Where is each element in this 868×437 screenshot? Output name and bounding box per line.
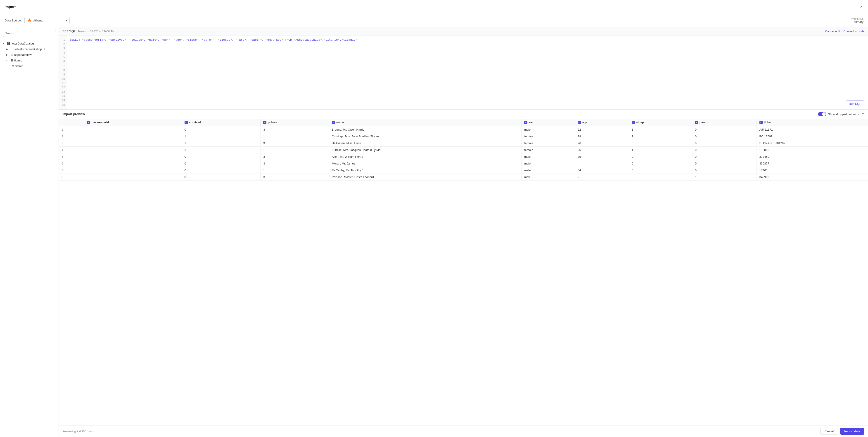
table-row: 503Allen, Mr. William Henrymale350037345…	[59, 154, 868, 160]
th-ticket: ✓ ticket	[756, 119, 868, 126]
tree-item-label: salesforce_workshop_2	[14, 47, 45, 51]
preview-table-wrap: ✓ passengerid ✓ survived	[59, 119, 868, 425]
cell-name: McCarthy, Mr. Timothy J	[329, 167, 522, 174]
cell-age: 38	[575, 133, 629, 140]
datasource-selected-value: Athena	[33, 19, 64, 22]
cell-name: Allen, Mr. William Henry	[329, 154, 522, 160]
cell-ticket: 113803	[756, 147, 868, 154]
th-passengerid: ✓ passengerid	[84, 119, 182, 126]
cell-rownum: 2	[59, 133, 84, 140]
cell-passengerid	[84, 140, 182, 147]
cell-name: Heikkinen, Miss. Laina	[329, 140, 522, 147]
show-dropped-columns-label: Show dropped columns	[828, 112, 859, 116]
cell-rownum: 7	[59, 167, 84, 174]
cell-parch: 0	[692, 126, 756, 133]
cell-survived: 0	[182, 167, 260, 174]
tree-item-label: titanic	[16, 64, 23, 68]
cell-age: 35	[575, 154, 629, 160]
col-checkbox-survived[interactable]: ✓	[185, 121, 188, 124]
tree-item-salesforce[interactable]: ▶ ☰ salesforce_workshop_2	[0, 46, 59, 52]
search-input[interactable]	[3, 30, 56, 37]
col-checkbox-parch[interactable]: ✓	[695, 121, 698, 124]
schema-tree: ▾ 🗄️ AwsDataCatalog ▶ ☰ salesforce_works…	[0, 39, 59, 437]
cell-passengerid	[84, 154, 182, 160]
workgroup-info: Workgroup primary	[851, 18, 864, 24]
col-checkbox-pclass[interactable]: ✓	[263, 121, 267, 124]
tree-item-titanic-table[interactable]: ⊞ titanic	[0, 63, 59, 69]
cell-sex: male	[522, 174, 575, 180]
modal-title: Import	[4, 5, 16, 9]
cell-age: 2	[575, 174, 629, 180]
col-checkbox-name[interactable]: ✓	[332, 121, 335, 124]
col-checkbox-ticket[interactable]: ✓	[760, 121, 763, 124]
cell-survived: 1	[182, 133, 260, 140]
cell-sex: male	[522, 160, 575, 167]
cell-pclass: 3	[260, 154, 329, 160]
show-dropped-columns-toggle[interactable]	[818, 112, 826, 116]
cell-sibsp: 0	[629, 167, 692, 174]
col-checkbox-passengerid[interactable]: ✓	[87, 121, 90, 124]
cell-parch: 0	[692, 147, 756, 154]
cell-ticket: 17463	[756, 167, 868, 174]
datasource-select[interactable]: 🔥 Athena ▾	[24, 17, 70, 24]
cell-ticket: 330877	[756, 160, 868, 167]
sql-editor-title: Edit SQL	[62, 29, 76, 33]
cell-name: Cumings, Mrs. John Bradley (Florenc	[329, 133, 522, 140]
run-sql-button[interactable]: Run SQL	[846, 101, 864, 107]
cell-passengerid	[84, 147, 182, 154]
tree-item-sapodataflow[interactable]: ▶ ☰ sapodataflow	[0, 52, 59, 58]
chevron-down-icon: ▾	[66, 19, 67, 22]
cell-pclass: 3	[260, 174, 329, 180]
tree-item-awsdatacatalog[interactable]: ▾ 🗄️ AwsDataCatalog	[0, 40, 59, 46]
expand-icon: ▶	[6, 48, 9, 51]
table-header-row: ✓ passengerid ✓ survived	[59, 119, 868, 126]
cell-pclass: 3	[260, 126, 329, 133]
col-checkbox-sex[interactable]: ✓	[524, 121, 527, 124]
preview-section: Import preview Show dropped columns ⌃	[59, 110, 868, 437]
cell-sex: male	[522, 126, 575, 133]
col-checkbox-sibsp[interactable]: ✓	[632, 121, 635, 124]
cell-parch: 0	[692, 160, 756, 167]
run-sql-button-wrap: Run SQL	[846, 101, 864, 107]
sql-content[interactable]: SELECT "passengerid", "survived", "pclas…	[67, 35, 868, 109]
th-pclass: ✓ pclass	[260, 119, 329, 126]
sql-editor: Edit SQL Autosaved 3/23/23 at 9:14:52 AM…	[59, 27, 868, 110]
table-row: 603Moran, Mr. Jamesmale00330877	[59, 160, 868, 167]
cell-survived: 0	[182, 126, 260, 133]
cell-parch: 0	[692, 167, 756, 174]
tree-item-titanic-db[interactable]: ▾ ☰ titanic	[0, 58, 59, 63]
cell-rownum: 5	[59, 154, 84, 160]
expand-icon: ▶	[6, 54, 9, 56]
cell-sibsp: 1	[629, 133, 692, 140]
table-row: 701McCarthy, Mr. Timothy Jmale540017463	[59, 167, 868, 174]
cell-age: 54	[575, 167, 629, 174]
cell-survived: 0	[182, 174, 260, 180]
cell-ticket: STON/O2. 3101282	[756, 140, 868, 147]
database-icon: 🗄️	[7, 41, 11, 45]
collapse-icon[interactable]: ⌃	[862, 112, 864, 116]
cell-name: Braund, Mr. Owen Harris	[329, 126, 522, 133]
cell-age: 22	[575, 126, 629, 133]
cell-pclass: 3	[260, 160, 329, 167]
col-checkbox-age[interactable]: ✓	[578, 121, 581, 124]
cell-ticket: 373450	[756, 154, 868, 160]
close-button[interactable]: ×	[859, 4, 864, 10]
preview-title: Import preview	[62, 112, 85, 116]
preview-footer: Previewing first 100 rows Cancel Import …	[59, 425, 868, 437]
cell-sibsp: 0	[629, 154, 692, 160]
import-button[interactable]: Import data	[840, 428, 864, 435]
modal-header: Import ×	[0, 0, 868, 14]
table-row: 211Cumings, Mrs. John Bradley (Florencfe…	[59, 133, 868, 140]
th-parch: ✓ parch	[692, 119, 756, 126]
footer-actions: Cancel Import data	[820, 428, 864, 435]
line-numbers: 1 2 3 4 5 6 7 8 9 10 11 12 13 14	[59, 35, 67, 109]
table-icon: ☰	[10, 59, 13, 62]
cancel-edit-button[interactable]: Cancel edit	[825, 30, 840, 33]
tree-item-label: sapodataflow	[14, 53, 32, 57]
datasource-label: Data Source:	[4, 19, 22, 22]
sql-body: 1 2 3 4 5 6 7 8 9 10 11 12 13 14	[59, 35, 868, 109]
cancel-button[interactable]: Cancel	[820, 428, 838, 435]
convert-to-node-button[interactable]: Convert to node	[843, 30, 864, 33]
toggle-knob	[822, 112, 826, 116]
cell-passengerid	[84, 160, 182, 167]
